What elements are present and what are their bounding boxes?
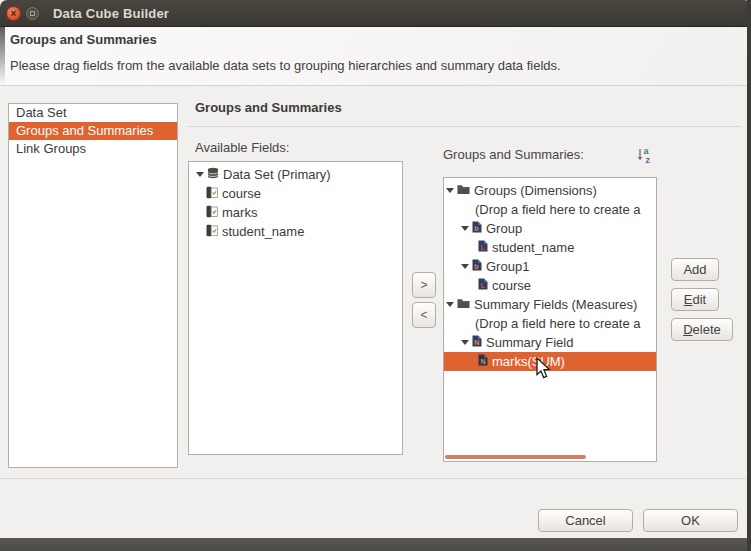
- expander-icon[interactable]: [196, 172, 204, 177]
- group-icon: b: [472, 221, 482, 236]
- sort-letter-z: z: [646, 155, 651, 165]
- nav-item-groups-and-summaries[interactable]: Groups and Summaries: [9, 122, 177, 140]
- tree-row-label: Group: [486, 221, 522, 236]
- panel-title: Groups and Summaries: [195, 100, 342, 115]
- tree-row-label: course: [492, 278, 531, 293]
- tree-row-groups-dimensions[interactable]: Groups (Dimensions): [444, 181, 656, 200]
- edit-button-label: Edit: [672, 292, 718, 307]
- tree-row-label: Groups (Dimensions): [474, 183, 597, 198]
- tree-row-course[interactable]: course: [189, 184, 402, 203]
- groups-summaries-label: Groups and Summaries:: [443, 147, 584, 162]
- group-icon: b: [472, 259, 482, 274]
- tree-row-marks-sum-selected[interactable]: N marks(SUM): [444, 352, 656, 371]
- edit-button[interactable]: Edit: [671, 288, 719, 311]
- svg-text:b: b: [474, 263, 478, 270]
- nav-item-link-groups[interactable]: Link Groups: [9, 140, 177, 158]
- tree-row-label: Group1: [486, 259, 529, 274]
- expander-icon[interactable]: [461, 340, 469, 345]
- tree-row-label: course: [222, 186, 261, 201]
- tree-row-label: student_name: [222, 224, 304, 239]
- tree-row-drop-hint-summary: (Drop a field here to create a: [444, 314, 656, 333]
- svg-text:L: L: [480, 244, 485, 251]
- field-icon: [206, 205, 218, 221]
- svg-text:b: b: [474, 225, 478, 232]
- delete-button-label: Delete: [672, 322, 732, 337]
- tree-row-label: (Drop a field here to create a: [475, 316, 640, 331]
- expander-icon[interactable]: [461, 226, 469, 231]
- tree-row-label: marks(SUM): [492, 354, 565, 369]
- field-doc-icon: L: [478, 240, 488, 255]
- tree-row-group1[interactable]: b Group1: [444, 257, 656, 276]
- horizontal-scrollbar[interactable]: [445, 455, 586, 459]
- tree-row-student-name-grouped[interactable]: L student_name: [444, 238, 656, 257]
- add-button[interactable]: Add: [671, 258, 719, 281]
- groups-summaries-tree[interactable]: Groups (Dimensions) (Drop a field here t…: [443, 177, 657, 462]
- tree-row-course-grouped[interactable]: L course: [444, 276, 656, 295]
- window-title: Data Cube Builder: [53, 6, 169, 21]
- tree-row-label: Data Set (Primary): [223, 167, 331, 182]
- tree-row-marks[interactable]: marks: [189, 203, 402, 222]
- field-icon: [206, 186, 218, 202]
- tree-row-label: Summary Fields (Measures): [474, 297, 637, 312]
- ok-button[interactable]: OK: [643, 509, 738, 532]
- wizard-title: Groups and Summaries: [10, 32, 157, 47]
- window-right-edge: [747, 0, 751, 551]
- tree-row-student-name[interactable]: student_name: [189, 222, 402, 241]
- close-button[interactable]: ×: [6, 6, 21, 21]
- available-fields-tree[interactable]: Data Set (Primary) course: [188, 161, 403, 455]
- available-fields-label: Available Fields:: [195, 140, 289, 155]
- data-cube-builder-dialog: × Data Cube Builder Groups and Summaries…: [0, 0, 751, 551]
- svg-text:N: N: [474, 339, 479, 346]
- move-right-button[interactable]: >: [412, 272, 436, 298]
- folder-icon: [457, 183, 470, 198]
- wizard-header: Groups and Summaries Please drag fields …: [0, 27, 751, 86]
- field-icon: [206, 224, 218, 240]
- window-bottom-edge: [0, 538, 751, 551]
- close-icon: ×: [7, 6, 20, 21]
- tree-row-dataset-primary[interactable]: Data Set (Primary): [189, 165, 402, 184]
- titlebar[interactable]: × Data Cube Builder: [0, 0, 751, 27]
- database-icon: [207, 167, 219, 182]
- cancel-button[interactable]: Cancel: [538, 509, 633, 532]
- field-doc-icon: L: [478, 278, 488, 293]
- tree-row-label: student_name: [492, 240, 574, 255]
- svg-text:N: N: [480, 358, 485, 365]
- expander-icon[interactable]: [446, 302, 454, 307]
- expander-icon[interactable]: [461, 264, 469, 269]
- maximize-icon: [30, 11, 35, 16]
- folder-icon: [457, 297, 470, 312]
- nav-item-data-set[interactable]: Data Set: [9, 104, 177, 122]
- sort-az-icon[interactable]: a z: [636, 145, 654, 164]
- nav-list: Data Set Groups and Summaries Link Group…: [8, 103, 178, 468]
- move-left-button[interactable]: <: [412, 302, 436, 328]
- tree-row-group[interactable]: b Group: [444, 219, 656, 238]
- wizard-subtitle: Please drag fields from the available da…: [10, 58, 561, 73]
- group-icon: N: [472, 335, 482, 350]
- field-doc-icon: N: [478, 354, 488, 369]
- tree-row-label: marks: [222, 205, 257, 220]
- window-edge-shadow: [0, 27, 5, 85]
- svg-text:L: L: [480, 282, 485, 289]
- maximize-button[interactable]: [26, 7, 39, 20]
- expander-icon[interactable]: [446, 188, 454, 193]
- tree-row-label: (Drop a field here to create a: [475, 202, 640, 217]
- delete-button[interactable]: Delete: [671, 318, 733, 341]
- panel-separator: [188, 126, 741, 127]
- tree-row-drop-hint-groups: (Drop a field here to create a: [444, 200, 656, 219]
- tree-row-summary-fields-measures[interactable]: Summary Fields (Measures): [444, 295, 656, 314]
- footer-separator: [0, 478, 751, 479]
- tree-row-summary-field[interactable]: N Summary Field: [444, 333, 656, 352]
- tree-row-label: Summary Field: [486, 335, 573, 350]
